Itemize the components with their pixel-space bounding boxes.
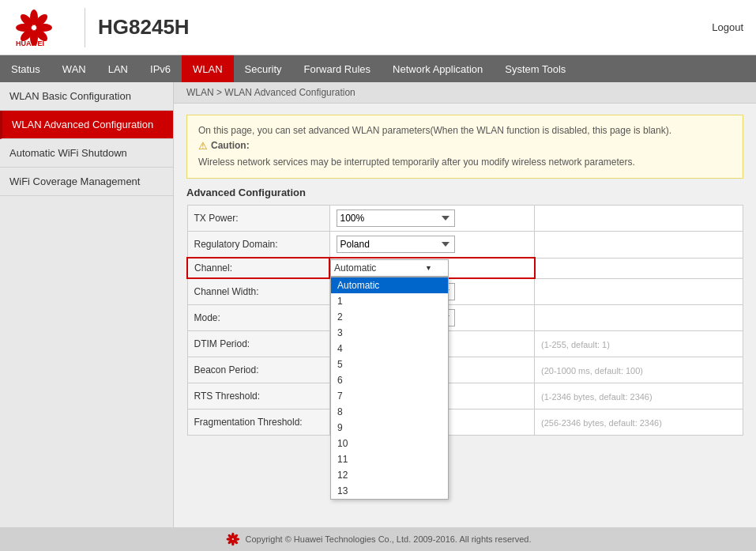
channel-option-3[interactable]: 3 [331,325,448,341]
channel-option-13[interactable]: 13 [331,483,448,499]
channel-option-1[interactable]: 1 [331,293,448,309]
sidebar-item-wlan-basic[interactable]: WLAN Basic Configuration [0,82,173,111]
channel-display[interactable]: Automatic ▼ [330,259,449,277]
nav-item-systools[interactable]: System Tools [494,55,577,82]
logout-button[interactable]: Logout [712,21,743,33]
channel-width-label: Channel Width: [187,278,329,305]
sidebar-item-wifi-coverage[interactable]: WiFi Coverage Management [0,168,173,196]
logo-area: HUAWEI [13,8,56,47]
config-table: TX Power: 100% Regulatory Domain: Poland [186,205,743,436]
reg-domain-label: Regulatory Domain: [187,232,329,259]
nav-item-ipv6[interactable]: IPv6 [139,55,182,82]
table-row-tx-power: TX Power: 100% [187,206,743,232]
nav-item-netapp[interactable]: Network Application [382,55,494,82]
section-title: Advanced Configuration [186,187,743,198]
tx-power-hint [535,206,743,232]
sidebar-item-wifi-shutdown[interactable]: Automatic WiFi Shutdown [0,139,173,168]
beacon-label: Beacon Period: [187,357,329,383]
footer-logo-icon [225,532,241,546]
channel-option-4[interactable]: 4 [331,341,448,357]
table-row-channel-width: Channel Width: [187,278,743,305]
caution-row: ⚠ Caution: [198,138,732,155]
table-row-rts: RTS Threshold: (1-2346 bytes, default: 2… [187,383,743,409]
channel-option-5[interactable]: 5 [331,357,448,372]
nav-item-forward[interactable]: Forward Rules [293,55,382,82]
channel-option-9[interactable]: 9 [331,420,448,436]
table-row-reg-domain: Regulatory Domain: Poland [187,232,743,259]
channel-label: Channel: [187,258,329,278]
nav-bar: Status WAN LAN IPv6 WLAN Security Forwar… [0,55,756,82]
beacon-hint: (20-1000 ms, default: 100) [535,357,743,383]
rts-hint-text: (1-2346 bytes, default: 2346) [541,392,653,402]
channel-option-12[interactable]: 12 [331,467,448,483]
tx-power-select[interactable]: 100% [337,209,455,227]
channel-width-hint [535,278,743,305]
channel-select-container[interactable]: Automatic ▼ Automatic 1 2 3 4 5 6 [330,259,449,277]
main-container: WLAN Basic Configuration WLAN Advanced C… [0,82,756,527]
channel-option-8[interactable]: 8 [331,404,448,420]
content-area: WLAN > WLAN Advanced Configuration On th… [174,82,756,527]
table-row-channel: Channel: Automatic ▼ Automatic 1 2 [187,258,743,278]
rts-hint: (1-2346 bytes, default: 2346) [535,383,743,409]
reg-domain-cell: Poland [329,232,535,259]
mode-label: Mode: [187,305,329,331]
notice-main-text: On this page, you can set advanced WLAN … [198,123,732,138]
nav-item-status[interactable]: Status [0,55,51,82]
dtim-label: DTIM Period: [187,331,329,357]
caution-label: Caution: [211,138,250,153]
channel-option-7[interactable]: 7 [331,388,448,404]
rts-label: RTS Threshold: [187,383,329,409]
channel-hint [535,258,743,278]
footer: Copyright © Huawei Technologies Co., Ltd… [0,527,756,551]
reg-domain-select[interactable]: Poland [337,236,455,253]
channel-option-auto[interactable]: Automatic [331,277,448,293]
channel-dropdown: Automatic 1 2 3 4 5 6 7 8 9 10 [330,277,449,500]
frag-hint: (256-2346 bytes, default: 2346) [535,409,743,436]
channel-cell: Automatic ▼ Automatic 1 2 3 4 5 6 [329,258,535,278]
channel-arrow-icon: ▼ [425,264,432,272]
channel-option-11[interactable]: 11 [331,451,448,467]
footer-text: Copyright © Huawei Technologies Co., Ltd… [246,534,532,544]
channel-option-6[interactable]: 6 [331,372,448,388]
table-row-beacon: Beacon Period: (20-1000 ms, default: 100… [187,357,743,383]
breadcrumb: WLAN > WLAN Advanced Configuration [174,82,756,104]
channel-option-2[interactable]: 2 [331,309,448,325]
mode-hint [535,305,743,331]
frag-label: Fragmentation Threshold: [187,409,329,436]
device-name: HG8245H [98,15,712,40]
channel-value: Automatic [334,262,376,274]
frag-hint-text: (256-2346 bytes, default: 2346) [541,418,662,428]
dtim-hint-text: (1-255, default: 1) [541,340,610,349]
nav-item-wlan[interactable]: WLAN [182,55,234,82]
channel-option-10[interactable]: 10 [331,436,448,451]
header-divider [85,8,85,47]
table-row-frag: Fragmentation Threshold: (256-2346 bytes… [187,409,743,436]
page-header: HUAWEI HG8245H Logout [0,0,756,55]
nav-item-lan[interactable]: LAN [97,55,139,82]
tx-power-cell: 100% [329,206,535,232]
reg-domain-hint [535,232,743,259]
adv-config-section: Advanced Configuration TX Power: 100% Re… [186,187,743,436]
warning-icon: ⚠ [198,138,208,155]
nav-item-security[interactable]: Security [234,55,293,82]
tx-power-label: TX Power: [187,206,329,232]
notice-box: On this page, you can set advanced WLAN … [186,115,743,179]
caution-text: Wireless network services may be interru… [198,155,732,170]
sidebar: WLAN Basic Configuration WLAN Advanced C… [0,82,174,527]
svg-text:HUAWEI: HUAWEI [16,40,44,47]
table-row-mode: Mode: [187,305,743,331]
sidebar-item-wlan-advanced[interactable]: WLAN Advanced Configuration [0,111,173,139]
table-row-dtim: DTIM Period: (1-255, default: 1) [187,331,743,357]
huawei-logo-icon: HUAWEI [13,8,56,47]
nav-item-wan[interactable]: WAN [51,55,97,82]
beacon-hint-text: (20-1000 ms, default: 100) [541,366,643,376]
dtim-hint: (1-255, default: 1) [535,331,743,357]
